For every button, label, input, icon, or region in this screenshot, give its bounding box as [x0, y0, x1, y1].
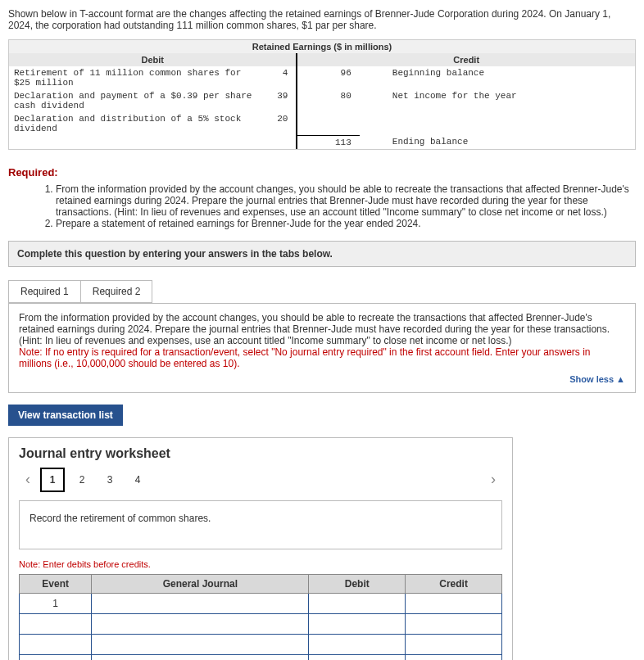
required-item: From the information provided by the acc… [56, 183, 629, 218]
instruction-note: Note: If no entry is required for a tran… [19, 346, 625, 369]
record-instruction: Record the retirement of common shares. [19, 500, 502, 549]
tabs: Required 1 Required 2 [8, 280, 636, 303]
journal-step-2[interactable]: 2 [71, 469, 93, 490]
credit-desc: Beginning balance [360, 66, 635, 89]
complete-instruction: Complete this question by entering your … [8, 241, 636, 267]
credit-header: Credit [297, 53, 635, 66]
journal-step-4[interactable]: 4 [127, 469, 148, 490]
credit-amount: 96 [297, 66, 359, 89]
col-credit: Credit [406, 574, 502, 593]
journal-entry-table: Event General Journal Debit Credit 1 [19, 574, 502, 661]
col-general-journal: General Journal [92, 574, 309, 593]
chevron-right-icon[interactable]: › [484, 471, 502, 488]
required-item: Prepare a statement of retained earnings… [56, 218, 421, 229]
t-account: Retained Earnings ($ in millions) Debit … [8, 39, 636, 150]
tab-required-1[interactable]: Required 1 [8, 280, 81, 303]
instruction-box: From the information provided by the acc… [8, 303, 636, 393]
col-debit: Debit [309, 574, 406, 593]
chevron-up-icon: ▲ [616, 374, 625, 384]
col-event: Event [20, 574, 92, 593]
credit-desc: Net income for the year [360, 89, 635, 112]
debit-desc: Declaration and distribution of a 5% sto… [9, 112, 260, 135]
debit-amount: 39 [260, 89, 297, 112]
instruction-main: From the information provided by the acc… [19, 312, 625, 346]
chevron-left-icon[interactable]: ‹ [19, 471, 37, 488]
debits-credits-note: Note: Enter debits before credits. [19, 559, 502, 569]
show-less-toggle[interactable]: Show less ▲ [19, 374, 625, 384]
journal-step-3[interactable]: 3 [99, 469, 120, 490]
ending-desc: Ending balance [360, 135, 635, 149]
debit-desc: Declaration and payment of a $0.39 per s… [9, 89, 260, 112]
ending-amount: 113 [297, 135, 359, 149]
event-cell[interactable]: 1 [20, 593, 92, 613]
journal-entry-nav: ‹ 1 2 3 4 › [19, 468, 502, 492]
debit-desc: Retirement of 11 million common shares f… [9, 66, 260, 89]
debit-cell[interactable] [309, 593, 406, 613]
tab-required-2[interactable]: Required 2 [80, 280, 153, 303]
credit-amount: 80 [297, 89, 359, 112]
required-header: Required: [8, 166, 636, 179]
journal-step-1[interactable]: 1 [40, 468, 65, 492]
journal-entry-worksheet: Journal entry worksheet ‹ 1 2 3 4 › Reco… [8, 437, 513, 661]
debit-amount: 20 [260, 112, 297, 135]
required-list: From the information provided by the acc… [23, 183, 636, 229]
general-journal-cell[interactable] [92, 593, 309, 613]
journal-entry-title: Journal entry worksheet [19, 446, 502, 461]
t-account-title: Retained Earnings ($ in millions) [9, 40, 635, 53]
credit-cell[interactable] [406, 593, 502, 613]
debit-amount: 4 [260, 66, 297, 89]
view-transaction-list-button[interactable]: View transaction list [8, 405, 123, 426]
intro-text: Shown below in T-account format are the … [8, 8, 636, 31]
debit-header: Debit [9, 53, 297, 66]
